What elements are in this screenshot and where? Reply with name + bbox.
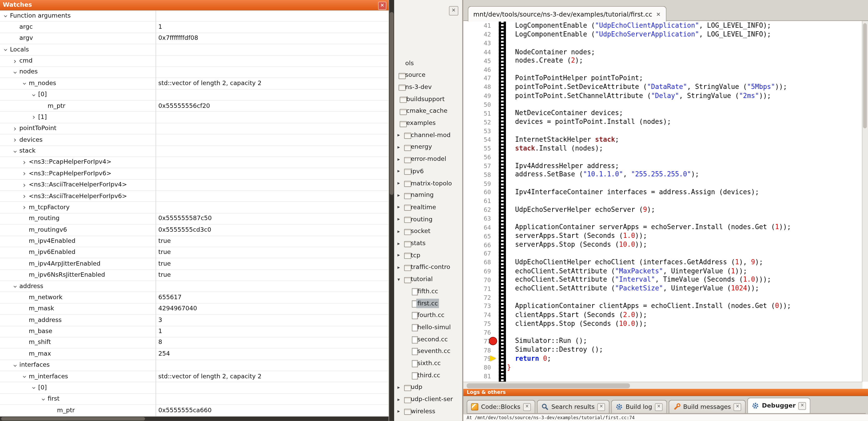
watch-row[interactable]: ›[0] — [0, 383, 389, 394]
line-number[interactable]: 46 — [463, 66, 495, 73]
line-number[interactable]: 41 — [463, 22, 495, 30]
watch-row[interactable]: m_mask4294967040 — [0, 303, 389, 315]
expander-closed-icon[interactable]: › — [21, 192, 28, 200]
line-number[interactable]: 49 — [463, 93, 495, 100]
margin-cell[interactable] — [495, 293, 503, 302]
watch-row[interactable]: m_shift8 — [0, 337, 389, 349]
line-number[interactable]: 74 — [463, 312, 495, 319]
expander-closed-icon[interactable]: ▸ — [398, 132, 400, 138]
margin-cell[interactable] — [495, 92, 503, 101]
watch-row[interactable]: m_ipv4Enabledtrue — [0, 236, 389, 247]
watch-row[interactable]: ›address — [0, 281, 389, 292]
tab-close-icon[interactable]: × — [734, 403, 741, 411]
expander-closed-icon[interactable]: ▸ — [398, 228, 400, 234]
expander-closed-icon[interactable]: ▸ — [398, 217, 400, 222]
margin-cell[interactable] — [495, 311, 503, 320]
line-number[interactable]: 69 — [463, 268, 495, 275]
margin-cell[interactable] — [495, 355, 503, 363]
tree-item[interactable]: ▸energy — [394, 141, 462, 153]
line-number[interactable]: 76 — [463, 329, 495, 336]
tree-item[interactable]: ▸socket — [394, 226, 462, 237]
expander-open-icon[interactable]: › — [30, 385, 38, 391]
line-number[interactable]: 75 — [463, 320, 495, 328]
expander-closed-icon[interactable]: ▸ — [398, 240, 400, 246]
margin-cell[interactable] — [495, 328, 503, 337]
logs-tab-search-results[interactable]: Search results× — [537, 400, 610, 413]
expander-closed-icon[interactable]: ▸ — [398, 408, 400, 414]
expander-closed-icon[interactable]: ▸ — [398, 252, 400, 258]
line-number[interactable]: 52 — [463, 119, 495, 126]
tab-close-icon[interactable]: × — [655, 403, 663, 411]
margin-cell[interactable] — [495, 363, 503, 372]
line-number[interactable]: 66 — [463, 241, 495, 249]
expander-closed-icon[interactable]: ▸ — [398, 264, 400, 270]
watch-row[interactable]: argv0x7fffffffdf08 — [0, 33, 389, 44]
margin-cell[interactable] — [495, 22, 503, 30]
expander-open-icon[interactable]: › — [30, 92, 38, 99]
expander-closed-icon[interactable]: › — [12, 135, 19, 144]
tree-item[interactable]: hello-simul — [394, 322, 462, 333]
expander-closed-icon[interactable]: › — [12, 57, 19, 65]
line-number[interactable]: 54 — [463, 136, 495, 143]
tree-item[interactable]: second.cc — [394, 333, 462, 346]
watch-row[interactable]: ›m_nodesstd::vector of length 2, capacit… — [0, 78, 389, 90]
line-number[interactable]: 57 — [463, 163, 495, 170]
margin-cell[interactable] — [495, 232, 503, 241]
margin-cell[interactable] — [495, 179, 503, 188]
watch-row[interactable]: ›<ns3::AsciiTraceHelperForIpv6> — [0, 191, 389, 202]
watch-row[interactable]: m_ptr0x5555555ca660 — [0, 405, 389, 416]
scrollbar-thumb[interactable] — [390, 12, 394, 195]
expander-closed-icon[interactable]: › — [21, 169, 28, 177]
margin-cell[interactable] — [495, 320, 503, 328]
tab-close-icon[interactable]: × — [798, 402, 806, 410]
margin-cell[interactable] — [495, 267, 503, 276]
expander-closed-icon[interactable]: ▸ — [398, 396, 400, 402]
watch-row[interactable]: m_ipv6NsRsJitterEnabledtrue — [0, 270, 389, 281]
tree-item[interactable]: ▸wireless — [394, 406, 462, 418]
line-number[interactable]: 43 — [463, 40, 495, 47]
line-number[interactable]: 51 — [463, 110, 495, 117]
tree-item[interactable]: ▸udp — [394, 382, 462, 394]
watches-horizontal-scrollbar[interactable] — [0, 417, 389, 421]
tree-item[interactable]: third.cc — [394, 369, 462, 382]
watch-row[interactable]: m_ptr0x55555556cf20 — [0, 101, 389, 112]
watch-row[interactable]: ›m_interfacesstd::vector of length 2, ca… — [0, 371, 389, 383]
expander-open-icon[interactable]: › — [11, 148, 20, 155]
watch-row[interactable]: ›devices — [0, 134, 389, 146]
line-number[interactable]: 53 — [463, 128, 495, 135]
line-number[interactable]: 59 — [463, 180, 495, 187]
tab-close-icon[interactable]: × — [523, 403, 531, 411]
watch-row[interactable]: argc1 — [0, 22, 389, 33]
watch-row[interactable]: ›<ns3::PcapHelperForIpv4> — [0, 157, 389, 168]
expander-closed-icon[interactable]: ▸ — [398, 384, 400, 390]
margin-cell[interactable] — [495, 302, 503, 311]
tree-item[interactable]: ▸traffic-contro — [394, 262, 462, 273]
margin-cell[interactable] — [495, 241, 503, 250]
margin-cell[interactable] — [495, 215, 503, 223]
expander-open-icon[interactable]: › — [21, 80, 29, 87]
tree-item[interactable]: ▸channel-mod — [394, 130, 462, 141]
margin-cell[interactable] — [495, 250, 503, 258]
margin-cell[interactable] — [495, 83, 503, 92]
scrollbar-thumb[interactable] — [467, 383, 630, 388]
tree-item[interactable]: seventh.cc — [394, 346, 462, 357]
line-number[interactable]: 67 — [463, 250, 495, 258]
margin-cell[interactable] — [495, 372, 503, 381]
line-number[interactable]: 50 — [463, 101, 495, 108]
watch-row[interactable]: m_network655617 — [0, 292, 389, 303]
tree-item[interactable]: sixth.cc — [394, 358, 462, 369]
line-number[interactable]: 48 — [463, 84, 495, 91]
expander-closed-icon[interactable]: ▸ — [398, 156, 400, 162]
line-number[interactable]: 63 — [463, 215, 495, 222]
logs-tab-code-blocks[interactable]: Code::Blocks× — [467, 400, 535, 413]
margin-cell[interactable] — [495, 162, 503, 171]
tab-close-icon[interactable]: × — [597, 403, 605, 411]
margin-cell[interactable] — [495, 258, 503, 267]
line-number[interactable]: 56 — [463, 154, 495, 161]
tree-item[interactable]: ▸error-model — [394, 154, 462, 165]
logs-titlebar[interactable]: Logs & others — [463, 389, 868, 396]
margin-cell[interactable] — [495, 171, 503, 180]
margin-cell[interactable] — [495, 285, 503, 293]
line-number[interactable]: 64 — [463, 224, 495, 231]
watch-row[interactable]: m_ipv4ArpJitterEnabledtrue — [0, 258, 389, 270]
